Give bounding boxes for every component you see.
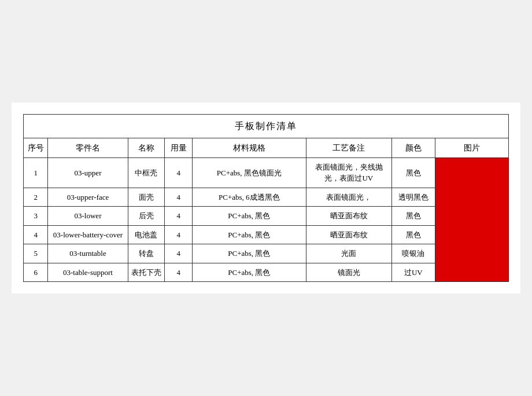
cell-spec: PC+abs, 6成透黑色 — [193, 188, 306, 207]
header-qty: 用量 — [165, 138, 193, 157]
cell-seq: 2 — [24, 188, 48, 207]
cell-color: 过UV — [392, 263, 435, 282]
cell-spec: PC+abs, 黑色镜面光 — [193, 157, 306, 188]
header-row: 序号 零件名 名称 用量 材料规格 工艺备注 颜色 图片 — [24, 138, 509, 157]
cell-part: 03-upper-face — [48, 188, 128, 207]
cell-part: 03-turntable — [48, 244, 128, 263]
cell-color: 黑色 — [392, 207, 435, 226]
cell-color: 喷银油 — [392, 244, 435, 263]
header-spec: 材料规格 — [193, 138, 306, 157]
cell-part: 03-table-support — [48, 263, 128, 282]
cell-process: 表面镜面光， — [306, 188, 392, 207]
main-table: 手板制作清单 序号 零件名 名称 用量 材料规格 工艺备注 颜色 图片 103-… — [23, 114, 509, 283]
image-column — [435, 157, 509, 282]
cell-seq: 6 — [24, 263, 48, 282]
cell-color: 黑色 — [392, 225, 435, 244]
cell-qty: 4 — [165, 207, 193, 226]
table-body: 103-upper中框壳4PC+abs, 黑色镜面光表面镜面光，夹线抛光，表面过… — [24, 157, 509, 282]
page-wrapper: 手板制作清单 序号 零件名 名称 用量 材料规格 工艺备注 颜色 图片 103-… — [12, 102, 520, 294]
table-row: 103-upper中框壳4PC+abs, 黑色镜面光表面镜面光，夹线抛光，表面过… — [24, 157, 509, 188]
cell-spec: PC+abs, 黑色 — [193, 244, 306, 263]
header-part: 零件名 — [48, 138, 128, 157]
cell-qty: 4 — [165, 244, 193, 263]
header-name: 名称 — [128, 138, 165, 157]
cell-qty: 4 — [165, 157, 193, 188]
cell-process: 表面镜面光，夹线抛光，表面过UV — [306, 157, 392, 188]
header-seq: 序号 — [24, 138, 48, 157]
cell-name: 后壳 — [128, 207, 165, 226]
cell-qty: 4 — [165, 263, 193, 282]
cell-name: 面壳 — [128, 188, 165, 207]
cell-seq: 1 — [24, 157, 48, 188]
cell-spec: PC+abs, 黑色 — [193, 225, 306, 244]
cell-qty: 4 — [165, 225, 193, 244]
header-color: 颜色 — [392, 138, 435, 157]
header-process: 工艺备注 — [306, 138, 392, 157]
cell-color: 黑色 — [392, 157, 435, 188]
cell-spec: PC+abs, 黑色 — [193, 263, 306, 282]
cell-part: 03-lower — [48, 207, 128, 226]
table-title: 手板制作清单 — [24, 114, 509, 138]
cell-qty: 4 — [165, 188, 193, 207]
cell-name: 表托下壳 — [128, 263, 165, 282]
cell-part: 03-lower-battery-cover — [48, 225, 128, 244]
cell-process: 光面 — [306, 244, 392, 263]
cell-spec: PC+abs, 黑色 — [193, 207, 306, 226]
cell-color: 透明黑色 — [392, 188, 435, 207]
cell-name: 中框壳 — [128, 157, 165, 188]
cell-seq: 3 — [24, 207, 48, 226]
cell-seq: 4 — [24, 225, 48, 244]
cell-name: 转盘 — [128, 244, 165, 263]
title-row: 手板制作清单 — [24, 114, 509, 138]
cell-process: 晒亚面布纹 — [306, 225, 392, 244]
header-image: 图片 — [435, 138, 509, 157]
cell-process: 镜面光 — [306, 263, 392, 282]
cell-name: 电池盖 — [128, 225, 165, 244]
cell-part: 03-upper — [48, 157, 128, 188]
cell-process: 晒亚面布纹 — [306, 207, 392, 226]
cell-seq: 5 — [24, 244, 48, 263]
